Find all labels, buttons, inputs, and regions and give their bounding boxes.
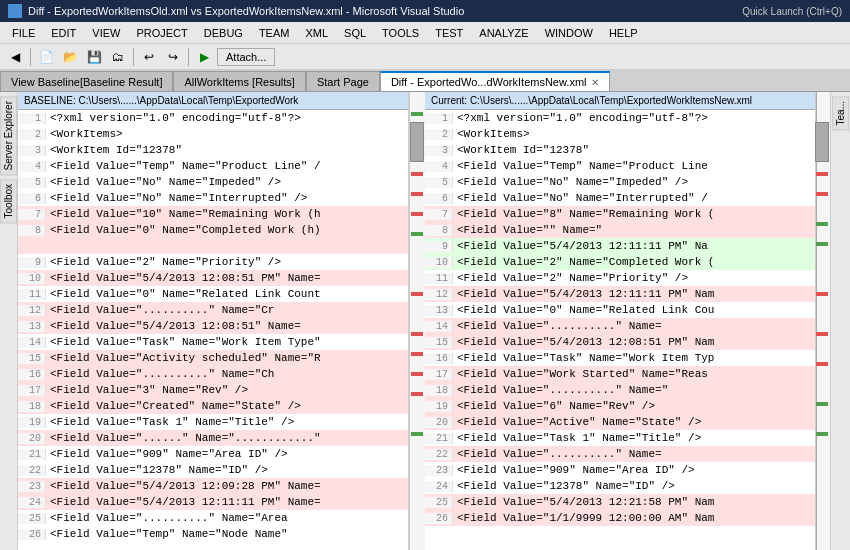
code-line: 18 <Field Value="Created" Name="State" /… <box>18 398 408 414</box>
code-line: 20 <Field Value="Active" Name="State" /> <box>425 414 815 430</box>
line-number: 22 <box>18 465 46 476</box>
open-button[interactable]: 📂 <box>59 46 81 68</box>
line-content: <Field Value="12378" Name="ID" /> <box>46 464 268 476</box>
line-content: <Field Value="5/4/2013 12:21:58 PM" Nam <box>453 496 714 508</box>
line-content: <Field Value="Temp" Name="Product Line <box>453 160 708 172</box>
menu-sql[interactable]: SQL <box>336 25 374 41</box>
line-number: 2 <box>18 129 46 140</box>
line-content: <Field Value=".........." Name="Ch <box>46 368 274 380</box>
code-line: 12 <Field Value=".........." Name="Cr <box>18 302 408 318</box>
tab-allworkitems[interactable]: AllWorkItems [Results] <box>173 71 305 91</box>
new-file-button[interactable]: 📄 <box>35 46 57 68</box>
main-content: Server Explorer Toolbox BASELINE: C:\Use… <box>0 92 850 550</box>
sidebar-team[interactable]: Tea... <box>832 96 849 130</box>
line-number: 6 <box>18 193 46 204</box>
code-line: 16 <Field Value=".........." Name="Ch <box>18 366 408 382</box>
menu-edit[interactable]: EDIT <box>43 25 84 41</box>
code-line: 17 <Field Value="Work Started" Name="Rea… <box>425 366 815 382</box>
menu-test[interactable]: TEST <box>427 25 471 41</box>
line-number: 7 <box>425 209 453 220</box>
menu-team[interactable]: TEAM <box>251 25 298 41</box>
marker-red-2 <box>411 192 423 196</box>
baseline-code-area[interactable]: 1<?xml version="1.0" encoding="utf-8"?>2… <box>18 110 408 550</box>
scrollbar-thumb[interactable] <box>410 122 424 162</box>
sidebar-server-explorer[interactable]: Server Explorer <box>0 96 17 175</box>
line-content: <Field Value="......" Name="............… <box>46 432 321 444</box>
tab-diff[interactable]: Diff - ExportedWo...dWorkItemsNew.xml ✕ <box>380 71 610 91</box>
code-line: 9 <Field Value="5/4/2013 12:11:11 PM" Na <box>425 238 815 254</box>
save-button[interactable]: 💾 <box>83 46 105 68</box>
menu-window[interactable]: WINDOW <box>537 25 601 41</box>
line-number: 14 <box>425 321 453 332</box>
right-scrollbar-thumb[interactable] <box>815 122 829 162</box>
line-content: <WorkItem Id="12378" <box>453 144 589 156</box>
line-content: <Field Value="5/4/2013 12:08:51 PM" Name… <box>46 272 321 284</box>
menu-xml[interactable]: XML <box>297 25 336 41</box>
save-all-button[interactable]: 🗂 <box>107 46 129 68</box>
menu-analyze[interactable]: ANALYZE <box>471 25 536 41</box>
code-line: 16 <Field Value="Task" Name="Work Item T… <box>425 350 815 366</box>
code-line: 19 <Field Value="Task 1" Name="Title" /> <box>18 414 408 430</box>
redo-button[interactable]: ↪ <box>162 46 184 68</box>
editors-container: BASELINE: C:\Users\......\AppData\Local\… <box>18 92 830 550</box>
line-content: <Field Value="2" Name="Priority" /> <box>453 272 688 284</box>
line-number: 9 <box>425 241 453 252</box>
current-code-area[interactable]: 1<?xml version="1.0" encoding="utf-8"?>2… <box>425 110 815 550</box>
code-line: 12 <Field Value="5/4/2013 12:11:11 PM" N… <box>425 286 815 302</box>
title-bar: Diff - ExportedWorkItemsOld.xml vs Expor… <box>0 0 850 22</box>
code-line: 21 <Field Value="909" Name="Area ID" /> <box>18 446 408 462</box>
line-content: <Field Value=".........." Name=" <box>453 384 668 396</box>
code-line: 24 <Field Value="5/4/2013 12:11:11 PM" N… <box>18 494 408 510</box>
line-content: <Field Value="No" Name="Interrupted" / <box>453 192 708 204</box>
line-content: <Field Value="0" Name="Completed Work (h… <box>46 224 321 236</box>
tab-close-icon[interactable]: ✕ <box>591 77 599 88</box>
line-number: 12 <box>425 289 453 300</box>
line-number: 17 <box>18 385 46 396</box>
right-sidebar: Tea... <box>830 92 850 550</box>
line-content: <Field Value="No" Name="Impeded" /> <box>453 176 688 188</box>
tab-row: View Baseline[Baseline Result] AllWorkIt… <box>0 70 850 92</box>
line-number: 24 <box>18 497 46 508</box>
marker-green-1 <box>411 112 423 116</box>
code-line: 25 <Field Value=".........." Name="Area <box>18 510 408 526</box>
right-marker-8 <box>816 402 828 406</box>
back-button[interactable]: ◀ <box>4 46 26 68</box>
line-number: 1 <box>18 113 46 124</box>
toolbar-sep-2 <box>133 48 134 66</box>
line-number: 5 <box>18 177 46 188</box>
code-line: 3 <WorkItem Id="12378" <box>18 142 408 158</box>
code-line <box>18 238 408 254</box>
line-content: <Field Value="" Name=" <box>453 224 602 236</box>
line-number: 7 <box>18 209 46 220</box>
sidebar-toolbox[interactable]: Toolbox <box>0 179 17 223</box>
line-content: <Field Value="5/4/2013 12:11:11 PM" Na <box>453 240 708 252</box>
menu-file[interactable]: FILE <box>4 25 43 41</box>
menu-debug[interactable]: DEBUG <box>196 25 251 41</box>
marker-green-3 <box>411 432 423 436</box>
line-content: <Field Value="10" Name="Remaining Work (… <box>46 208 321 220</box>
undo-button[interactable]: ↩ <box>138 46 160 68</box>
current-header: Current: C:\Users\......\AppData\Local\T… <box>425 92 815 110</box>
run-button[interactable]: ▶ <box>193 46 215 68</box>
code-line: 21 <Field Value="Task 1" Name="Title" /> <box>425 430 815 446</box>
menu-help[interactable]: HELP <box>601 25 646 41</box>
code-line: 10 <Field Value="5/4/2013 12:08:51 PM" N… <box>18 270 408 286</box>
attach-button[interactable]: Attach... <box>217 48 275 66</box>
line-number: 22 <box>425 449 453 460</box>
tab-baseline[interactable]: View Baseline[Baseline Result] <box>0 71 173 91</box>
menu-project[interactable]: PROJECT <box>128 25 195 41</box>
code-line: 22 <Field Value=".........." Name= <box>425 446 815 462</box>
code-line: 10 <Field Value="2" Name="Completed Work… <box>425 254 815 270</box>
line-content: <Field Value=".........." Name= <box>453 320 662 332</box>
quick-launch[interactable]: Quick Launch (Ctrl+Q) <box>742 6 842 17</box>
code-line: 4 <Field Value="Temp" Name="Product Line <box>425 158 815 174</box>
line-content: <WorkItems> <box>46 128 123 140</box>
line-content: <Field Value="12378" Name="ID" /> <box>453 480 675 492</box>
line-content: <Field Value="No" Name="Interrupted" /> <box>46 192 307 204</box>
tab-startpage[interactable]: Start Page <box>306 71 380 91</box>
marker-red-4 <box>411 292 423 296</box>
menu-view[interactable]: VIEW <box>84 25 128 41</box>
code-line: 3 <WorkItem Id="12378" <box>425 142 815 158</box>
menu-tools[interactable]: TOOLS <box>374 25 427 41</box>
right-marker-6 <box>816 332 828 336</box>
